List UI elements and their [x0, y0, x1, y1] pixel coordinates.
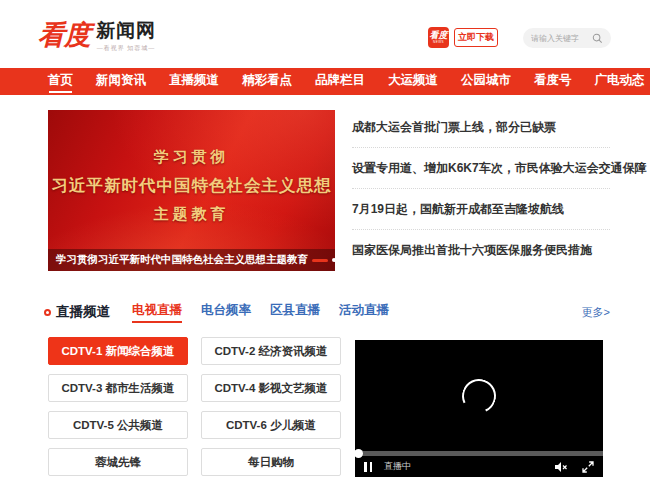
- main-nav: 首页 新闻资讯 直播频道 精彩看点 品牌栏目 大运频道 公园城市 看度号 广电动…: [0, 68, 650, 95]
- carousel-caption-bar: 学习贯彻习近平新时代中国特色社会主义思想主题教育: [48, 249, 335, 271]
- nav-item-kandu-account[interactable]: 看度号: [534, 68, 572, 95]
- nav-item-universiade[interactable]: 大运频道: [388, 68, 438, 95]
- carousel-indicators: [308, 258, 335, 262]
- headline-item[interactable]: 成都大运会首批门票上线，部分已缺票: [352, 107, 610, 148]
- live-section-header: 直播频道 电视直播 电台频率 区县直播 活动直播 更多>: [44, 302, 610, 322]
- search-icon[interactable]: [592, 33, 603, 44]
- channel-button-cdtv6[interactable]: CDTV-6 少儿频道: [201, 411, 341, 439]
- nav-item-live[interactable]: 直播频道: [169, 68, 219, 95]
- header: 看度 新闻网 —看视界 知蓉城— 看度 NEWS 立即下载: [0, 0, 650, 68]
- channel-button-cdtv5[interactable]: CDTV-5 公共频道: [48, 411, 188, 439]
- page: 看度 新闻网 —看视界 知蓉城— 看度 NEWS 立即下载 首页 新闻资讯 直播…: [0, 0, 650, 500]
- app-icon-sub: NEWS: [433, 40, 444, 44]
- headline-text: 国家医保局推出首批十六项医保服务便民措施: [352, 242, 592, 259]
- logo-slogan: —看视界 知蓉城—: [96, 44, 156, 53]
- loading-spinner-icon: [457, 374, 501, 418]
- carousel-indicator[interactable]: [332, 258, 335, 262]
- hero-line1: 学习贯彻: [48, 148, 335, 167]
- tab-district-live[interactable]: 区县直播: [270, 302, 320, 322]
- fullscreen-icon[interactable]: [582, 461, 594, 473]
- live-status-label: 直播中: [384, 460, 411, 473]
- carousel-caption-text: 学习贯彻习近平新时代中国特色社会主义思想主题教育: [56, 253, 308, 267]
- headline-text: 7月19日起，国航新开成都至吉隆坡航线: [352, 201, 564, 218]
- headline-text: 设置专用道、增加K6K7车次，市民体验大运会交通保障: [352, 160, 647, 177]
- video-player[interactable]: 直播中: [355, 340, 603, 477]
- channel-button-cdtv3[interactable]: CDTV-3 都市生活频道: [48, 374, 188, 402]
- hero-line2: 习近平新时代中国特色社会主义思想: [48, 175, 335, 197]
- section-bullet-icon: [44, 309, 51, 316]
- pause-icon[interactable]: [364, 462, 375, 472]
- headline-item[interactable]: 国家医保局推出首批十六项医保服务便民措施: [352, 230, 610, 271]
- player-controls-right: [540, 461, 594, 473]
- video-screen[interactable]: [355, 340, 603, 451]
- logo-brand-text: 看度: [38, 20, 90, 50]
- headline-item[interactable]: 设置专用道、增加K6K7车次，市民体验大运会交通保障: [352, 148, 610, 189]
- nav-item-park-city[interactable]: 公园城市: [461, 68, 511, 95]
- hero-slide-text: 学习贯彻 习近平新时代中国特色社会主义思想 主题教育: [48, 148, 335, 224]
- channel-button-cdtv2[interactable]: CDTV-2 经济资讯频道: [201, 337, 341, 365]
- mute-icon[interactable]: [554, 461, 568, 473]
- search-box[interactable]: [523, 28, 611, 48]
- video-progress-bar[interactable]: [355, 451, 603, 456]
- app-icon-text: 看度: [430, 31, 448, 40]
- download-button[interactable]: 立即下载: [454, 28, 498, 47]
- nav-item-broadcast-news[interactable]: 广电动态: [595, 68, 645, 95]
- live-section-title: 直播频道: [56, 303, 110, 321]
- logo-right: 新闻网 —看视界 知蓉城—: [96, 20, 156, 53]
- headline-item[interactable]: 7月19日起，国航新开成都至吉隆坡航线: [352, 189, 610, 230]
- more-link[interactable]: 更多>: [582, 305, 610, 320]
- progress-handle[interactable]: [354, 449, 363, 458]
- tab-radio[interactable]: 电台频率: [201, 302, 251, 322]
- logo-site-name: 新闻网: [96, 20, 156, 42]
- headline-text: 成都大运会首批门票上线，部分已缺票: [352, 119, 556, 136]
- channel-grid: CDTV-1 新闻综合频道 CDTV-2 经济资讯频道 CDTV-3 都市生活频…: [48, 337, 341, 476]
- hero-line3: 主题教育: [48, 205, 335, 224]
- nav-item-highlights[interactable]: 精彩看点: [242, 68, 292, 95]
- site-logo[interactable]: 看度 新闻网 —看视界 知蓉城—: [38, 20, 156, 53]
- headline-list: 成都大运会首批门票上线，部分已缺票 设置专用道、增加K6K7车次，市民体验大运会…: [352, 107, 610, 271]
- tab-event-live[interactable]: 活动直播: [339, 302, 389, 322]
- channel-button-shopping[interactable]: 每日购物: [201, 448, 341, 476]
- channel-button-cdtv4[interactable]: CDTV-4 影视文艺频道: [201, 374, 341, 402]
- channel-button-rongcheng[interactable]: 蓉城先锋: [48, 448, 188, 476]
- nav-item-brand-columns[interactable]: 品牌栏目: [315, 68, 365, 95]
- hero-carousel[interactable]: 学习贯彻 习近平新时代中国特色社会主义思想 主题教育 学习贯彻习近平新时代中国特…: [48, 110, 335, 271]
- channel-button-cdtv1[interactable]: CDTV-1 新闻综合频道: [48, 337, 188, 365]
- tab-tv-live[interactable]: 电视直播: [132, 302, 182, 322]
- player-controls: 直播中: [355, 456, 603, 477]
- search-input[interactable]: [531, 34, 592, 43]
- nav-item-home[interactable]: 首页: [48, 68, 73, 95]
- nav-item-news[interactable]: 新闻资讯: [96, 68, 146, 95]
- app-icon[interactable]: 看度 NEWS: [428, 27, 449, 48]
- carousel-indicator-active[interactable]: [312, 259, 328, 262]
